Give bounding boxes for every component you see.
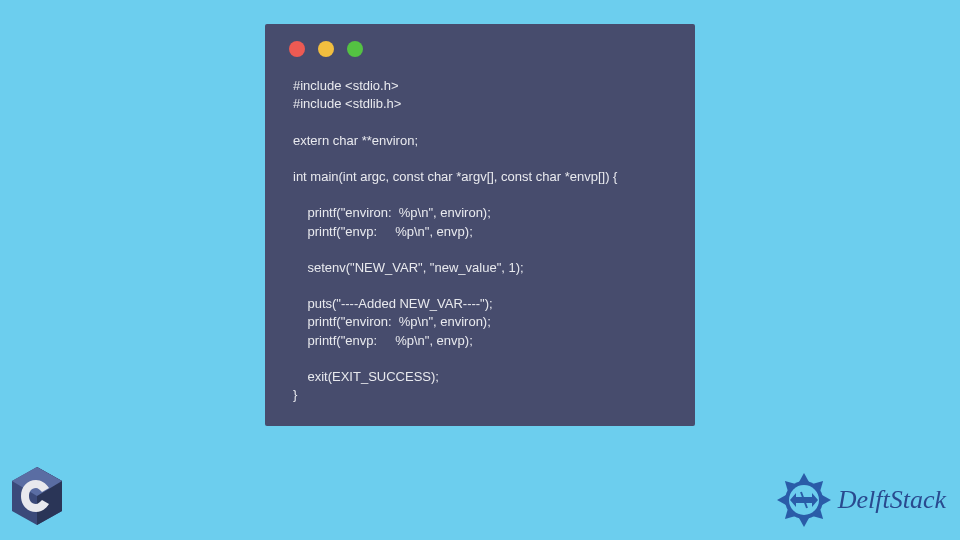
svg-marker-9 (777, 495, 786, 505)
maximize-icon (347, 41, 363, 57)
code-window: #include <stdio.h> #include <stdlib.h> e… (265, 24, 695, 426)
close-icon (289, 41, 305, 57)
delftstack-badge-icon (774, 470, 834, 530)
delftstack-logo: DelftStack (774, 470, 946, 530)
minimize-icon (318, 41, 334, 57)
svg-marker-7 (799, 518, 809, 527)
code-content: #include <stdio.h> #include <stdlib.h> e… (265, 57, 695, 404)
c-language-logo-icon (8, 464, 66, 532)
brand-name: DelftStack (838, 485, 946, 515)
window-controls (265, 24, 695, 57)
svg-marker-3 (799, 473, 809, 482)
svg-marker-5 (822, 495, 831, 505)
